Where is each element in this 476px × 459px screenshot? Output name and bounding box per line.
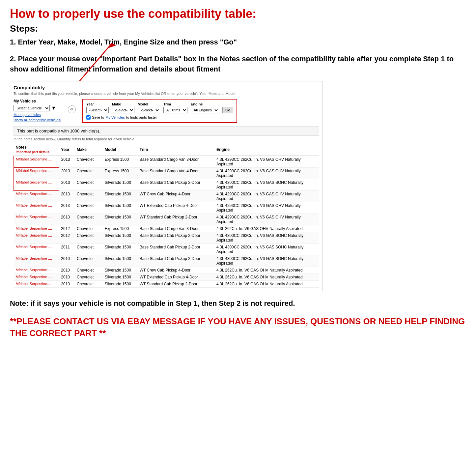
notes-cell: Mfrlabel:Serpentine....: [14, 167, 59, 179]
model-cell: Silverado 1500: [103, 280, 138, 287]
contact-text: **PLEASE CONTACT US VIA EBAY MESSAGE IF …: [10, 315, 466, 339]
engine-cell: 4.3L 4293CC 262Cu. In. V6 GAS OHV Natura…: [214, 156, 319, 168]
compatibility-subtitle: To confirm that this part fits your vehi…: [14, 92, 319, 96]
engine-cell: 4.3L 262Cu. In. V6 GAS OHV Naturally Asp…: [214, 273, 319, 280]
year-select[interactable]: -Select-: [86, 107, 109, 113]
year-cell: 2011: [59, 244, 75, 255]
main-title: How to properly use the compatibility ta…: [10, 7, 466, 21]
compatible-count: This part is compatible with 1000 vehicl…: [14, 126, 319, 136]
model-cell: Silverado 1500: [103, 267, 138, 273]
model-cell: Silverado 1500: [103, 202, 138, 214]
trim-cell: WT Crew Cab Pickup 4-Door: [138, 267, 214, 273]
col-header-year: Year: [59, 144, 75, 156]
year-cell: 2010: [59, 273, 75, 280]
model-cell: Express 1500: [103, 156, 138, 168]
year-cell: 2010: [59, 280, 75, 287]
note-text: Note: if it says your vehicle is not com…: [10, 298, 466, 309]
table-row: Mfrlabel:Serpentine ....2010ChevroletSil…: [14, 255, 320, 267]
make-cell: Chevrolet: [75, 214, 103, 225]
model-cell: Silverado 1500: [103, 214, 138, 225]
col-header-model: Model: [103, 144, 138, 156]
compatibility-table: Notes Important part details Year Make M…: [14, 144, 319, 288]
year-cell: 2013: [59, 202, 75, 214]
engine-cell: 4.3L 4293CC 262Cu. In. V6 GAS OHV Natura…: [214, 202, 319, 214]
engine-field: Engine All Engines: [191, 102, 219, 113]
my-vehicles-label: My Vehicles: [14, 99, 61, 103]
engine-cell: 4.3L 262Cu. In. V6 GAS OHV Naturally Asp…: [214, 267, 319, 273]
notes-cell: Mfrlabel:Serpentine....: [14, 280, 59, 287]
engine-cell: 4.3L 4293CC 262Cu. In. V6 GAS OHV Natura…: [214, 167, 319, 179]
make-cell: Chevrolet: [75, 167, 103, 179]
trim-cell: WT Extended Cab Pickup 4-Door: [138, 202, 214, 214]
notes-cell: Mfrlabel:Serpentine ....: [14, 273, 59, 280]
make-cell: Chevrolet: [75, 225, 103, 232]
notes-cell: Mfrlabel:Serpentine ....: [14, 267, 59, 273]
make-cell: Chevrolet: [75, 244, 103, 255]
quantity-note: In the notes section below, Quantity ref…: [14, 137, 319, 141]
notes-cell: Mfrlabel:Serpentine ....: [14, 225, 59, 232]
notes-cell: Mfrlabel:Serpentine ....: [14, 202, 59, 214]
table-row: Mfrlabel:Serpentine....2010ChevroletSilv…: [14, 280, 320, 287]
table-row: Mfrlabel:Serpentine ....2013ChevroletSil…: [14, 179, 320, 190]
make-label: Make: [112, 102, 134, 106]
make-cell: Chevrolet: [75, 179, 103, 190]
trim-cell: WT Extended Cab Pickup 4-Door: [138, 273, 214, 280]
save-suffix: to finds parts faster: [126, 115, 157, 119]
engine-select[interactable]: All Engines: [191, 107, 219, 113]
trim-field: Trim All Trims: [163, 102, 187, 113]
go-button[interactable]: Go: [222, 107, 233, 113]
manage-vehicles-link[interactable]: Manage vehicles: [14, 113, 61, 117]
save-row: Save to My Vehicles to finds parts faste…: [86, 115, 233, 120]
model-cell: Silverado 1500: [103, 190, 138, 202]
my-vehicles-save-link[interactable]: My Vehicles: [105, 115, 125, 119]
save-checkbox[interactable]: [86, 115, 91, 120]
vehicle-select-dropdown[interactable]: Select a vehicle: [14, 105, 50, 111]
year-cell: 2010: [59, 267, 75, 273]
make-cell: Chevrolet: [75, 255, 103, 267]
step1-text: 1. Enter Year, Make, Model, Trim, Engine…: [10, 37, 466, 47]
model-select[interactable]: -Select-: [138, 107, 160, 113]
make-cell: Chevrolet: [75, 156, 103, 168]
year-cell: 2013: [59, 156, 75, 168]
table-row: Mfrlabel:Serpentine....2013ChevroletExpr…: [14, 167, 320, 179]
model-field: Model -Select-: [138, 102, 160, 113]
trim-cell: Base Standard Cargo Van 3-Door: [138, 156, 214, 168]
model-cell: Silverado 1500: [103, 244, 138, 255]
year-cell: 2012: [59, 232, 75, 244]
notes-cell: Mfrlabel:Serpentine ....: [14, 190, 59, 202]
make-select[interactable]: -Select-: [112, 107, 134, 113]
make-cell: Chevrolet: [75, 273, 103, 280]
notes-cell: Mfrlabel:Serpentine ....: [14, 244, 59, 255]
make-cell: Chevrolet: [75, 190, 103, 202]
year-cell: 2012: [59, 225, 75, 232]
notes-cell: Mfrlabel:Serpentine ....: [14, 156, 59, 168]
year-cell: 2013: [59, 190, 75, 202]
year-cell: 2010: [59, 255, 75, 267]
engine-cell: 4.3L 4300CC 262Cu. In. V6 GAS SOHC Natur…: [214, 179, 319, 190]
make-field: Make -Select-: [112, 102, 134, 113]
notes-cell: Mfrlabel:Serpentine ....: [14, 214, 59, 225]
model-cell: Express 1500: [103, 167, 138, 179]
trim-cell: Base Standard Cab Pickup 2-Door: [138, 255, 214, 267]
make-cell: Chevrolet: [75, 202, 103, 214]
make-cell: Chevrolet: [75, 267, 103, 273]
table-row: Mfrlabel:Serpentine ....2010ChevroletSil…: [14, 267, 320, 273]
trim-cell: WT Standard Cab Pickup 2-Door: [138, 280, 214, 287]
trim-cell: Base Standard Cargo Van 3-Door: [138, 225, 214, 232]
trim-cell: Base Standard Cab Pickup 2-Door: [138, 244, 214, 255]
model-cell: Silverado 1500: [103, 255, 138, 267]
arrow-container: Compatibility To confirm that this part …: [10, 81, 323, 291]
trim-cell: WT Standard Cab Pickup 2-Door: [138, 214, 214, 225]
notes-cell: Mfrlabel:Serpentine ....: [14, 179, 59, 190]
engine-cell: 4.3L 4300CC 262Cu. In. V6 GAS SOHC Natur…: [214, 244, 319, 255]
year-cell: 2013: [59, 179, 75, 190]
engine-cell: 4.3L 262Cu. In. V6 GAS OHV Naturally Asp…: [214, 225, 319, 232]
show-all-link[interactable]: [show all compatible vehicles]: [14, 118, 61, 122]
col-header-notes: Notes Important part details: [14, 144, 59, 156]
engine-cell: 4.3L 262Cu. In. V6 GAS OHV Naturally Asp…: [214, 280, 319, 287]
trim-select[interactable]: All Trims: [163, 107, 187, 113]
save-text: Save to: [92, 115, 104, 119]
year-make-engine-section: Year -Select- Make -Select- Model: [82, 99, 237, 123]
steps-heading: Steps:: [10, 23, 466, 34]
trim-cell: Base Standard Cab Pickup 2-Door: [138, 232, 214, 244]
